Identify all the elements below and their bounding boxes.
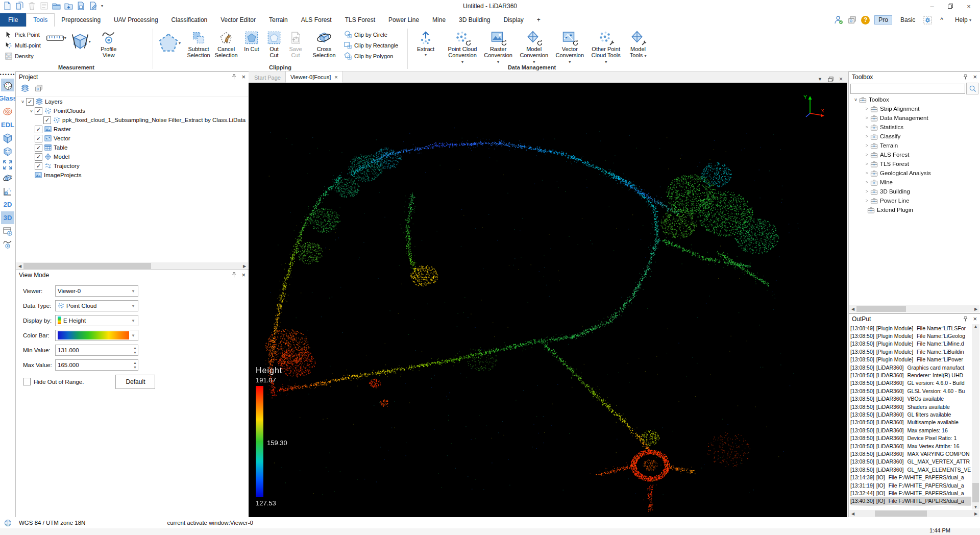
subtract-selection-button[interactable]: SubtractSelection: [185, 29, 212, 58]
rail-item-glass[interactable]: Glass: [1, 92, 14, 105]
project-tree-row[interactable]: ✓Vector: [16, 134, 248, 143]
scroll-left-icon[interactable]: ◀: [16, 264, 23, 269]
pick-point-button[interactable]: Pick Point: [4, 30, 42, 39]
ribbon-tab-mine[interactable]: Mine: [426, 14, 452, 27]
rail-item-window-plus[interactable]: [1, 225, 14, 237]
expander-icon[interactable]: >: [864, 143, 870, 148]
volume-measure-button[interactable]: ▾: [71, 33, 91, 50]
license-manager-icon[interactable]: [848, 16, 856, 25]
density-button[interactable]: Density: [4, 52, 42, 60]
toolbox-tree-row[interactable]: >Data Management: [849, 113, 979, 123]
rail-item-cube-dashed[interactable]: [1, 132, 14, 144]
rail-item-2d[interactable]: 2D: [1, 198, 14, 211]
rail-item-contour[interactable]: [1, 105, 14, 118]
display-by-select[interactable]: E Height▼: [55, 315, 138, 326]
customize-toolbar-icon[interactable]: ▾: [101, 4, 103, 8]
project-tree-row[interactable]: ImageProjects: [16, 171, 248, 180]
color-bar-select[interactable]: ▼: [55, 330, 138, 341]
toolbox-tree-row[interactable]: >Strip Alignment: [849, 104, 979, 113]
expander-icon[interactable]: >: [864, 152, 870, 157]
close-button[interactable]: ×: [960, 0, 978, 12]
viewers-copy-icon[interactable]: [34, 84, 43, 92]
expander-icon[interactable]: >: [864, 161, 870, 166]
output-log-row[interactable]: [13:08:50][LiDAR360]Shaders available: [850, 403, 971, 410]
open-folder-button[interactable]: [52, 2, 61, 10]
cross-selection-button[interactable]: CrossSelection: [310, 29, 338, 58]
vector-conversion-button[interactable]: Vector​Conversion ▾: [552, 29, 587, 65]
rail-item-points-gear[interactable]: [1, 185, 14, 198]
spinner-icons[interactable]: ▲▼: [133, 346, 137, 355]
project-tree-row[interactable]: ✓Table: [16, 143, 248, 152]
close-icon[interactable]: ×: [973, 315, 977, 323]
output-log-row[interactable]: [13:08:50][Plugin Module]File Name:'LiPo…: [850, 356, 971, 363]
visibility-checkbox[interactable]: ✓: [35, 162, 42, 170]
minimize-button[interactable]: –: [923, 0, 941, 12]
expander-icon[interactable]: >: [864, 198, 870, 203]
tab-list-icon[interactable]: ▼: [818, 77, 822, 82]
ribbon-tab-3d-building[interactable]: 3D Building: [452, 14, 497, 27]
ribbon-tab-uav-processing[interactable]: UAV Processing: [107, 14, 164, 27]
scroll-right-icon[interactable]: ▶: [972, 512, 979, 516]
pin-icon[interactable]: [962, 315, 969, 322]
expander-icon[interactable]: v: [19, 99, 26, 104]
add-folder-button[interactable]: [64, 2, 73, 10]
rail-item-profile-view[interactable]: [1, 238, 14, 251]
output-log-row[interactable]: [13:08:50][LiDAR360]Multisample availabl…: [850, 419, 971, 426]
raster-conversion-button[interactable]: Raster​Conversion ▾: [480, 29, 516, 65]
extract-button[interactable]: Extract▾: [412, 29, 439, 58]
model-tools-button[interactable]: Model​Tools ▾: [624, 29, 652, 59]
tab-viewer-0[interactable]: Viewer-0[Focus] ×: [285, 71, 343, 83]
ribbon-tab-power-line[interactable]: Power Line: [382, 14, 426, 27]
clip-by-circle-button[interactable]: Clip by Circle: [343, 30, 399, 39]
hide-out-of-range-checkbox[interactable]: [23, 378, 31, 385]
ribbon-tab-terrain[interactable]: Terrain: [262, 14, 295, 27]
pin-icon[interactable]: [231, 272, 237, 278]
rail-item-expand-arrows[interactable]: [1, 158, 14, 171]
polygon-selection-button[interactable]: ▾: [158, 33, 181, 53]
viewer-select[interactable]: Viewer-0▼: [55, 285, 138, 297]
ribbon-tab-classification[interactable]: Classification: [165, 14, 214, 27]
ribbon-tab-vector-editor[interactable]: Vector Editor: [214, 14, 262, 27]
point-cloud-canvas[interactable]: [249, 83, 847, 517]
visibility-checkbox[interactable]: ✓: [35, 107, 42, 115]
project-tree-row[interactable]: v✓PointClouds: [16, 106, 248, 115]
close-icon[interactable]: ×: [839, 76, 843, 83]
project-tree-row[interactable]: v✓Layers: [16, 97, 248, 106]
close-tab-icon[interactable]: ×: [334, 74, 337, 80]
output-log-row[interactable]: [13:08:50][Plugin Module]File Name:'LiBu…: [850, 348, 971, 355]
float-window-icon[interactable]: [827, 76, 834, 83]
output-log-row[interactable]: [13:08:50][LiDAR360]MAX VARYING COMPON: [850, 450, 971, 457]
toolbox-tree-row[interactable]: >3D Building: [849, 187, 979, 196]
toolbox-horizontal-scrollbar[interactable]: ◀ ▶: [849, 305, 979, 312]
point-cloud-conversion-button[interactable]: Point Cloud​Conversion ▾: [445, 29, 480, 65]
tab-start-page[interactable]: Start Page: [250, 72, 285, 83]
toolbox-tree-row[interactable]: vToolbox: [849, 95, 979, 104]
layers-stack-icon[interactable]: [20, 84, 30, 92]
expander-icon[interactable]: >: [864, 171, 870, 176]
visibility-checkbox[interactable]: ✓: [35, 126, 42, 133]
scrollbar-thumb[interactable]: [972, 483, 979, 502]
edit-file-button[interactable]: [89, 2, 97, 10]
output-log-row[interactable]: [13:08:50][LiDAR360]GL_MAX_ELEMENTS_VE: [850, 466, 971, 473]
scroll-down-icon[interactable]: ▼: [972, 505, 979, 509]
help-menu[interactable]: Help ▾: [951, 16, 975, 24]
toolbox-tree-row[interactable]: >Terrain: [849, 141, 979, 150]
expander-icon[interactable]: >: [864, 134, 870, 139]
project-horizontal-scrollbar[interactable]: ◀ ▶: [16, 262, 248, 270]
output-log-row[interactable]: [13:08:50][LiDAR360]GL_MAX_VERTEX_ATTR: [850, 458, 971, 466]
duplicate-file-button[interactable]: [15, 2, 24, 10]
rail-item-palette[interactable]: [1, 79, 14, 91]
expander-icon[interactable]: >: [864, 180, 870, 185]
output-log-row[interactable]: [13:40:30][IO]File F:/WHITE_PAPERS/dual_…: [850, 497, 971, 505]
close-icon[interactable]: ×: [973, 73, 977, 81]
expander-icon[interactable]: >: [864, 106, 870, 111]
output-log-row[interactable]: [13:32:44][IO]File F:/WHITE_PAPERS/dual_…: [850, 489, 971, 497]
visibility-checkbox[interactable]: ✓: [35, 135, 42, 142]
data-type-select[interactable]: Point Cloud▼: [55, 300, 138, 311]
new-file-button[interactable]: [3, 2, 12, 10]
output-log-row[interactable]: [13:14:39][IO]File F:/WHITE_PAPERS/dual_…: [850, 473, 971, 481]
ribbon-tab-preprocessing[interactable]: Preprocessing: [55, 14, 107, 27]
expander-icon[interactable]: >: [864, 125, 870, 130]
restore-button[interactable]: [941, 0, 960, 12]
ribbon-tab-tls-forest[interactable]: TLS Forest: [338, 14, 382, 27]
